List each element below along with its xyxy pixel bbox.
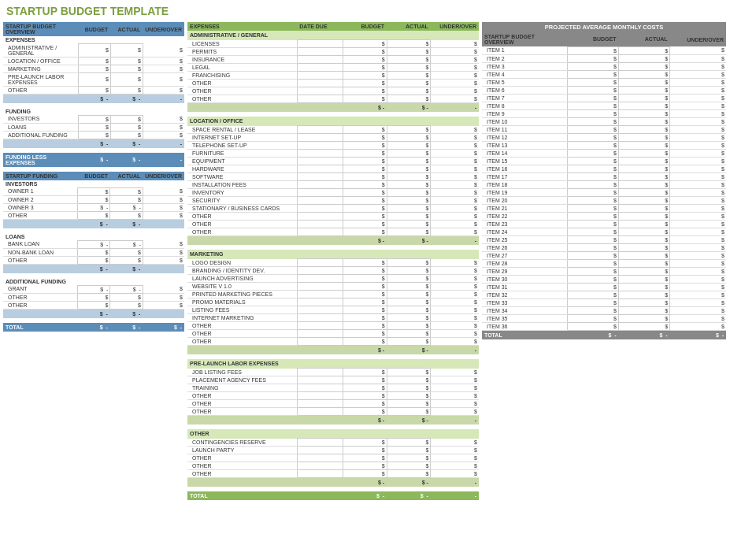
right-overview-header: STARTUP BUDGET OVERVIEW [482, 32, 567, 46]
actual-input[interactable]: $ [110, 115, 143, 123]
total-under: $ - [143, 323, 184, 332]
budget-input[interactable]: $ [78, 123, 110, 131]
underover-val: $ [143, 115, 184, 123]
list-item: ITEM 32 [482, 291, 567, 298]
budget-input[interactable]: $ [78, 131, 110, 139]
actual-header: ACTUAL [387, 22, 431, 31]
mid-total-budget: $ - [343, 491, 387, 500]
list-item: OTHER [187, 228, 297, 236]
list-item: ITEM 2 [482, 54, 567, 62]
funding-total-label [3, 139, 78, 148]
list-item: ADDITIONAL FUNDING [3, 131, 78, 139]
list-item: LICENSES [187, 40, 297, 48]
list-item: OTHER [187, 322, 297, 330]
total-actual: $ - [110, 323, 143, 332]
list-item: OTHER [187, 462, 297, 470]
funding-less-expenses-label: FUNDING LESS EXPENSES [3, 153, 78, 167]
list-item: ITEM 33 [482, 298, 567, 306]
mid-total-actual: $ - [387, 491, 431, 500]
list-item: ITEM 24 [482, 228, 567, 235]
list-item: ITEM 36 [482, 322, 567, 330]
right-total-label: TOTAL [482, 330, 567, 339]
expenses-total-budget: $ - [78, 94, 110, 103]
list-item: JOB LISTING FEES [187, 369, 297, 376]
budget-col-header: BUDGET [78, 22, 110, 36]
funding-total-budget: $ - [78, 139, 110, 148]
underover-val: $ [143, 65, 184, 72]
list-item: SPACE RENTAL / LEASE [187, 126, 297, 134]
expenses-header: EXPENSES [187, 22, 297, 31]
list-item: INTERNET MARKETING [187, 314, 297, 322]
list-item: OTHER [3, 211, 78, 219]
list-item: ITEM 10 [482, 117, 567, 125]
list-item: BRANDING / IDENTITY DEV. [187, 267, 297, 275]
list-item: EQUIPMENT [187, 158, 297, 165]
list-item: OWNER 1 [3, 187, 78, 195]
list-item: INSTALLATION FEES [187, 181, 297, 189]
budget-input[interactable]: $ [78, 115, 110, 123]
right-total-actual: $ - [619, 330, 670, 339]
budget-input[interactable]: $ [78, 44, 110, 57]
list-item: OTHER [187, 95, 297, 103]
list-item: ITEM 25 [482, 235, 567, 243]
list-item: ITEM 35 [482, 314, 567, 322]
list-item: WEBSITE V 1.0 [187, 283, 297, 291]
total-budget: $ - [78, 323, 110, 332]
list-item: OTHER [3, 293, 78, 301]
budget-header: BUDGET [343, 22, 387, 31]
list-item: LOCATION / OFFICE [3, 57, 78, 65]
fle-actual: $ - [110, 153, 143, 167]
actual-input[interactable]: $ [110, 86, 143, 94]
list-item: OTHER [187, 400, 297, 408]
date-due-header: DATE DUE [297, 22, 343, 31]
list-item: OTHER [187, 221, 297, 228]
funding-total-under: - [143, 139, 184, 148]
actual-input[interactable]: $ [110, 57, 143, 65]
mid-total-label: TOTAL [187, 491, 297, 500]
budget-input[interactable]: $ [78, 86, 110, 94]
budget-input[interactable]: $ [78, 57, 110, 65]
actual-col-header: ACTUAL [110, 22, 143, 36]
list-item: OTHER [3, 301, 78, 309]
list-item: PRINTED MARKETING PIECES [187, 291, 297, 298]
mid-panel: EXPENSES DATE DUE BUDGET ACTUAL UNDER/OV… [187, 22, 479, 500]
list-item: NON-BANK LOAN [3, 248, 78, 256]
actual-input[interactable]: $ [110, 65, 143, 72]
list-item: ITEM 26 [482, 243, 567, 251]
admin-section-header: ADMINISTRATIVE / GENERAL [187, 31, 479, 40]
list-item: ITEM 19 [482, 188, 567, 196]
funding-label: FUNDING [3, 108, 184, 116]
actual-input[interactable]: $ [110, 131, 143, 139]
loans-label: LOANS [3, 233, 184, 241]
list-item: PROMO MATERIALS [187, 298, 297, 306]
projected-title: PROJECTED AVERAGE MONTHLY COSTS [482, 22, 726, 32]
list-item: ADMINISTRATIVE / GENERAL [3, 44, 78, 57]
list-item: INVESTORS [3, 115, 78, 123]
page-title: STARTUP BUDGET TEMPLATE [0, 0, 756, 20]
actual-input[interactable]: $ [110, 72, 143, 86]
actual-input[interactable]: $ [110, 44, 143, 57]
list-item: ITEM 14 [482, 149, 567, 157]
budget-input[interactable]: $ [78, 65, 110, 72]
list-item: ITEM 15 [482, 157, 567, 165]
location-section-header: LOCATION / OFFICE [187, 117, 479, 126]
budget-input[interactable]: $ [78, 72, 110, 86]
prelabor-section-header: PRE-LAUNCH LABOR EXPENSES [187, 359, 479, 369]
list-item: OWNER 2 [3, 195, 78, 203]
list-item: ITEM 4 [482, 70, 567, 78]
list-item: ITEM 23 [482, 220, 567, 228]
list-item: ITEM 28 [482, 259, 567, 267]
fle-budget: $ - [78, 153, 110, 167]
list-item: CONTINGENCIES RESERVE [187, 439, 297, 447]
marketing-section-header: MARKETING [187, 250, 479, 259]
list-item: ITEM 12 [482, 133, 567, 141]
list-item: ITEM 29 [482, 267, 567, 275]
right-total-budget: $ - [567, 330, 618, 339]
underover-header: UNDER/OVER [431, 22, 479, 31]
investors-label: INVESTORS [3, 180, 184, 188]
actual-input[interactable]: $ [110, 123, 143, 131]
list-item: OTHER [187, 80, 297, 87]
list-item: OTHER [3, 256, 78, 264]
list-item: INSURANCE [187, 56, 297, 64]
list-item: OTHER [187, 87, 297, 95]
